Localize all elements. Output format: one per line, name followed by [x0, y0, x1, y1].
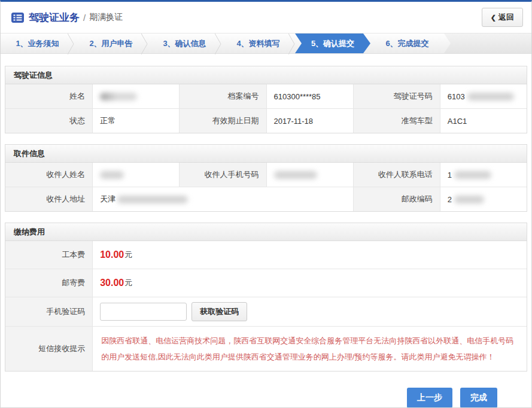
table-row: 工本费 10.00元	[5, 241, 527, 269]
previous-step-button[interactable]: 上一步	[407, 388, 452, 408]
zip-prefix: 2	[448, 195, 452, 204]
tel-prefix: 1	[448, 170, 452, 179]
redacted-license-no	[467, 93, 514, 101]
license-no-label: 驾驶证号码	[353, 84, 440, 108]
postage-value: 30.00元	[92, 269, 527, 297]
table-row: 邮寄费 30.00元	[5, 269, 527, 297]
recipient-tel-label: 收件人联系电话	[353, 163, 440, 187]
sms-notice-text: 因陕西省联通、电信运营商技术问题，陕西省互联网交通安全综合服务管理平台无法向持陕…	[101, 333, 518, 365]
table-row: 手机验证码 获取验证码	[5, 297, 527, 326]
back-button[interactable]: ❮返回	[482, 8, 523, 27]
table-row: 状态 正常 有效期止日期 2017-11-18 准驾车型 A1C1	[5, 108, 527, 133]
fees-section-title: 缴纳费用	[5, 223, 527, 241]
redacted-mobile	[274, 171, 317, 179]
sms-notice-cell: 因陕西省联通、电信运营商技术问题，陕西省互联网交通安全综合服务管理平台无法向持陕…	[92, 327, 527, 371]
table-row: 收件人地址 天津 邮政编码 2	[5, 187, 527, 211]
step-label: 4、资料填写	[236, 38, 279, 49]
vehicle-label: 准驾车型	[353, 109, 440, 133]
step-2-declaration[interactable]: 2、用户申告	[74, 34, 148, 53]
status-value: 正常	[92, 109, 179, 133]
vehicle-value: A1C1	[440, 109, 527, 133]
table-row: 收件人姓名 收件人手机号码 收件人联系电话 1	[5, 163, 527, 187]
expiry-label: 有效期止日期	[179, 109, 266, 133]
postage-unit: 元	[124, 278, 132, 288]
page-header: 驾驶证业务 / 期满换证 ❮返回	[1, 2, 531, 33]
zip-label: 邮政编码	[353, 187, 440, 211]
breadcrumb-subtitle: 期满换证	[89, 12, 123, 23]
captcha-label: 手机验证码	[5, 297, 92, 326]
step-label: 6、完成提交	[385, 38, 428, 49]
breadcrumb-divider: /	[83, 13, 86, 23]
back-button-label: 返回	[498, 13, 514, 22]
zip-value: 2	[440, 187, 527, 211]
chevron-separator-icon	[288, 34, 295, 54]
step-label: 2、用户申告	[89, 38, 132, 49]
redacted-tel	[454, 171, 491, 179]
postage-amount: 30.00	[100, 278, 124, 288]
cost-label: 工本费	[5, 241, 92, 269]
fees-section: 缴纳费用 工本费 10.00元 邮寄费 30.00元 手机验证码 获取验证码 短…	[5, 223, 527, 372]
redacted-address	[117, 196, 188, 203]
page-title: 驾驶证业务	[29, 11, 80, 25]
license-section-title: 驾驶证信息	[5, 66, 527, 84]
status-label: 状态	[5, 109, 92, 133]
table-row: 短信接收提示 因陕西省联通、电信运营商技术问题，陕西省互联网交通安全综合服务管理…	[5, 326, 527, 371]
name-label: 姓名	[5, 84, 92, 108]
step-3-confirm-info[interactable]: 3、确认信息	[148, 34, 221, 53]
list-form-icon	[11, 13, 24, 23]
address-prefix: 天津	[100, 194, 115, 205]
pickup-info-section: 取件信息 收件人姓名 收件人手机号码 收件人联系电话 1 收件人地址 天津 邮政…	[5, 144, 527, 212]
finish-button[interactable]: 完成	[460, 388, 497, 408]
sms-notice-label: 短信接收提示	[5, 327, 92, 371]
step-label: 3、确认信息	[163, 38, 206, 49]
recipient-mobile-value	[266, 163, 353, 187]
step-bar-tail	[444, 34, 531, 53]
cost-amount: 10.00	[100, 249, 124, 260]
recipient-mobile-label: 收件人手机号码	[179, 163, 266, 187]
file-no-value: 610300****85	[266, 84, 353, 108]
expiry-value: 2017-11-18	[266, 109, 353, 133]
recipient-name-value	[92, 163, 179, 187]
name-value	[92, 84, 179, 108]
main-content: 驾驶证信息 姓名 档案编号 610300****85 驾驶证号码 6103 状态…	[1, 54, 531, 408]
redacted-recipient-name	[100, 171, 124, 179]
chevron-separator-icon	[141, 34, 148, 54]
license-no-prefix: 6103	[448, 92, 465, 101]
footer-actions: 上一步 完成	[5, 382, 527, 408]
cost-unit: 元	[124, 249, 132, 260]
chevron-left-icon: ❮	[491, 14, 496, 21]
page: 驾驶证业务 / 期满换证 ❮返回 1、业务须知 2、用户申告 3、确认信息 4、…	[0, 0, 532, 408]
step-5-confirm-submit-active[interactable]: 5、确认提交	[295, 34, 370, 53]
address-value: 天津	[92, 187, 353, 211]
recipient-name-label: 收件人姓名	[5, 163, 92, 187]
chevron-separator-icon	[68, 34, 74, 54]
step-label: 5、确认提交	[311, 38, 354, 49]
cost-value: 10.00元	[92, 241, 527, 269]
redacted-zip	[454, 196, 484, 203]
chevron-separator-icon	[215, 34, 221, 54]
license-info-section: 驾驶证信息 姓名 档案编号 610300****85 驾驶证号码 6103 状态…	[5, 66, 527, 133]
license-no-value: 6103	[440, 84, 527, 108]
captcha-cell: 获取验证码	[92, 297, 527, 326]
table-row: 姓名 档案编号 610300****85 驾驶证号码 6103	[5, 84, 527, 108]
redacted-name	[100, 93, 137, 101]
pickup-section-title: 取件信息	[5, 145, 527, 163]
step-4-fill-data[interactable]: 4、资料填写	[221, 34, 295, 53]
step-6-complete[interactable]: 6、完成提交	[370, 34, 444, 53]
address-label: 收件人地址	[5, 187, 92, 211]
file-no-label: 档案编号	[179, 84, 266, 108]
postage-label: 邮寄费	[5, 269, 92, 297]
recipient-tel-value: 1	[440, 163, 527, 187]
get-captcha-button[interactable]: 获取验证码	[191, 302, 247, 321]
step-wizard: 1、业务须知 2、用户申告 3、确认信息 4、资料填写 5、确认提交 6、完成提…	[1, 33, 531, 54]
captcha-input[interactable]	[100, 303, 187, 321]
step-1-notice[interactable]: 1、业务须知	[1, 34, 74, 53]
step-label: 1、业务须知	[16, 38, 59, 49]
